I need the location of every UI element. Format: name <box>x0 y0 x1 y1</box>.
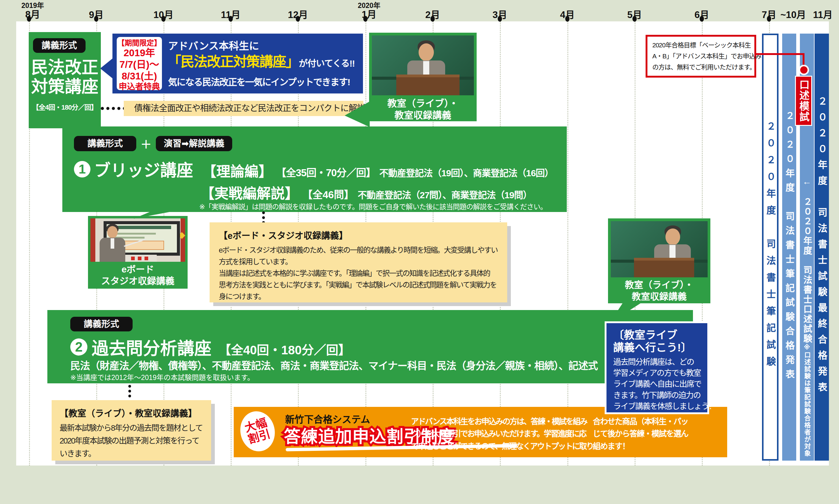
dotted-leader <box>262 211 265 224</box>
course-title: 民法改正 対策講座 <box>31 58 99 96</box>
timeline-month: 12月 <box>288 10 308 20</box>
bar-written-exam: ２０２０年度 司法書士筆記試験 <box>762 34 779 461</box>
classroom-note: 【教室（ライブ）・教室収録講義】 最新本試験から8年分の過去問を題材として 20… <box>52 400 211 461</box>
timeline-month: 7月 <box>762 10 776 20</box>
bar-final-results: ２０２０年度 司法書士試験最終合格発表 <box>815 34 829 461</box>
timeline-month: 2019年8月 <box>21 2 44 20</box>
lectern <box>396 74 460 95</box>
format-badge: 講義形式 <box>74 136 136 151</box>
bar-written-results: ２０２０年度 司法書士筆記試験合格発表 <box>782 34 796 461</box>
dotted-leader <box>101 107 126 110</box>
bar-oral-note: ※口述試験は筆記試験合格者が対象 <box>804 344 810 457</box>
classroom-photo <box>611 221 708 277</box>
course-number: 1 <box>74 161 90 178</box>
timeline-month: 9月 <box>89 10 104 20</box>
promo-banner: 【期間限定】 2019年 7/7(日)～ 8/31(土) 申込者特典 アドバンス… <box>112 34 363 93</box>
timeline-month: 2月 <box>425 10 440 20</box>
method-badge: 演習➡解説講義 <box>156 136 232 151</box>
year-label: 2020年 <box>358 2 380 10</box>
timeline-month: 11月 <box>221 10 240 20</box>
photo-label: 教室（ライブ）・ 教室収録講義 <box>369 95 477 125</box>
course-card-bridge: 講義形式 ＋ 演習➡解説講義 1 ブリッジ講座 【理論編】 【全35回・70分／… <box>62 126 567 212</box>
discount-body-col1: アドバンス本科生をお申込みの方は、答練・模試を組み ク）を大幅割引でお申込みいた… <box>411 415 591 452</box>
course-card-minpo-kaisei: 講義形式 民法改正 対策講座 【全4回・180分／回】 <box>29 32 101 128</box>
timeline-month: 10月 <box>154 10 173 20</box>
connector-dot <box>799 65 809 75</box>
lectern <box>634 258 694 277</box>
plus-sign: ＋ <box>141 136 151 151</box>
eboard-note: 【eボード・スタジオ収録講義】 eボード・スタジオ収録講義のため、従来の一般的な… <box>210 222 507 302</box>
course-number: 2 <box>70 339 87 356</box>
free-use-note: 2020年合格目標「ベーシック本科生 A・B」「アドバンス本科生」でお申込み の… <box>646 35 756 77</box>
note-title: 【教室（ライブ）・教室収録講義】 <box>59 406 203 419</box>
course-spec: 【全4回・180分／回】 <box>29 102 101 111</box>
photo-card-classroom: 教室（ライブ）・ 教室収録講義 <box>369 33 477 121</box>
instructor-head <box>665 229 680 245</box>
photo-card-classroom-2: 教室（ライブ）・ 教室収録講義 <box>608 218 710 303</box>
promo-arrow-left <box>100 58 113 79</box>
course-card-kakomon: 講義形式 2 過去問分析講座 【全40回・180分／回】 民法（財産法／物権、債… <box>47 310 693 383</box>
month-gridline <box>567 21 568 466</box>
live-box-title: 〔教室ライブ 講義へ行こう!〕 <box>613 329 701 354</box>
promo-highlight: 「民法改正対策講座」 <box>167 51 299 71</box>
discount-stamp: 大幅 割引 <box>237 408 279 454</box>
connector-line <box>756 53 804 55</box>
timeline-month: 4月 <box>560 10 575 20</box>
format-badge: 講義形式 <box>70 317 132 331</box>
promo-intro: アドバンス本科生に <box>168 38 259 53</box>
course-title: 過去問分析講座 <box>92 335 211 359</box>
flyer-canvas: 2019年8月 9月 10月 11月 12月 2020年1月 2月 3月 4月 … <box>0 0 839 504</box>
oral-mock-badge: 口述模試 <box>795 76 812 126</box>
dotted-leader <box>128 385 131 397</box>
note-title: 【eボード・スタジオ収録講義】 <box>219 229 498 241</box>
eboard-photo <box>90 218 185 262</box>
instructor-head <box>418 43 434 61</box>
limited-offer-chip: 【期間限定】 2019年 7/7(日)～ 8/31(土) 申込者特典 <box>117 37 162 90</box>
photo-card-eboard: eボード スタジオ収録講義 <box>88 216 188 289</box>
promo-line2: 気になる民法改正を一気にインプットできます! <box>168 74 350 88</box>
note-strip: 債権法全面改正や相続法改正など民法改正をコンパクトに解説 <box>124 101 363 116</box>
classroom-photo <box>372 35 474 95</box>
timeline-month: ~10月 <box>780 10 806 20</box>
timeline-month: 3月 <box>493 10 507 20</box>
instructor-head <box>107 226 118 238</box>
photo-label: 教室（ライブ）・ 教室収録講義 <box>608 277 710 305</box>
live-lecture-box: 〔教室ライブ 講義へ行こう!〕 過去問分析講座は、どの 学習メディアの方でも教室… <box>606 323 707 412</box>
discount-body-col2: 合わせた商品（本科生・パッ じて後から答練・模試を選ん 組めます！ <box>593 415 721 452</box>
course-note: ※「実戦編解説」は問題の解説を収録したものです。問題をご自身で解いた後に該当問題… <box>199 201 547 211</box>
discount-banner: 大幅 割引 新竹下合格システム 答練追加申込割引制度 答練追加申込割引制度 アド… <box>234 407 727 457</box>
format-badge: 講義形式 <box>33 38 86 53</box>
course-note: ※当講座では2012年～2019年の本試験問題を取扱います。 <box>70 372 254 382</box>
timeline-month: 6月 <box>695 10 709 20</box>
timeline-month: 11月 <box>813 10 833 20</box>
course-spec: 【全40回・180分／回】 <box>219 340 351 358</box>
year-label: 2019年 <box>21 2 44 10</box>
timeline-month: 2020年1月 <box>358 2 380 20</box>
course-title: ブリッジ講座 <box>94 157 193 181</box>
photo-label: eボード スタジオ収録講義 <box>88 262 188 290</box>
course-subjects: 民法（財産法／物権、債権等）、不動産登記法、商法・商業登記法、マイナー科目・民法… <box>70 358 597 372</box>
promo-highlight-row: 「民法改正対策講座」 が付いてくる!! <box>167 51 355 71</box>
timeline-month: 5月 <box>627 10 642 20</box>
